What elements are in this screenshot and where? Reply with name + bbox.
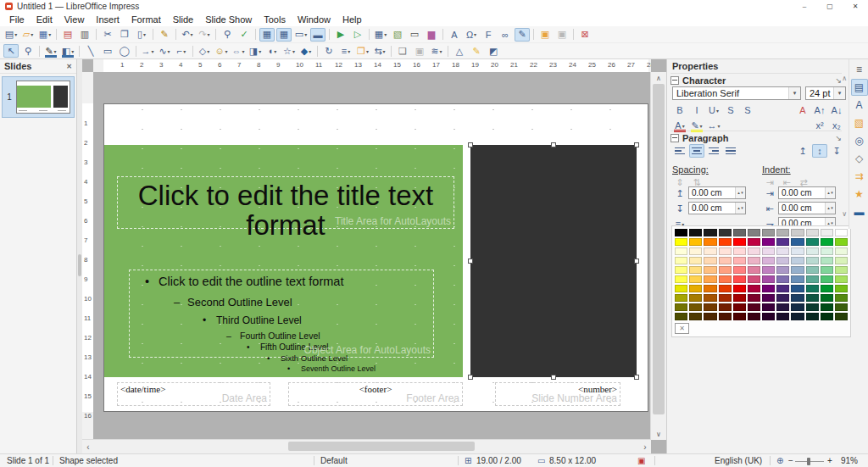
color-swatch[interactable] [704, 229, 716, 236]
scroll-up-icon[interactable]: ∧ [651, 72, 666, 84]
menu-help[interactable]: Help [337, 14, 368, 25]
color-swatch[interactable] [835, 247, 848, 255]
color-swatch[interactable] [835, 303, 848, 311]
paste-dropdown-icon[interactable]: ▾ [143, 31, 146, 37]
filter-button[interactable]: ≋▾ [429, 44, 444, 58]
color-swatch[interactable] [762, 257, 775, 264]
color-swatch[interactable] [762, 247, 775, 255]
below-paragraph-spacing-stepper[interactable]: ▴ ▾ [735, 203, 745, 214]
above-paragraph-spacing-stepper[interactable]: ▴ ▾ [735, 187, 745, 198]
color-swatch[interactable] [791, 266, 804, 274]
export-pdf-button[interactable]: ▤ [60, 28, 75, 42]
color-swatch[interactable] [776, 238, 789, 246]
menu-tools[interactable]: Tools [258, 14, 292, 25]
color-swatch[interactable] [704, 313, 716, 320]
paragraph-dialog-launcher-icon[interactable]: ↘ [835, 134, 842, 142]
tab-slide-transition-icon[interactable]: ⇉ [851, 168, 868, 185]
rectangle-button[interactable]: ▭ [100, 44, 115, 58]
font-size-dropdown-icon[interactable]: ▾ [833, 87, 845, 99]
filter-dropdown-icon[interactable]: ▾ [440, 48, 442, 54]
color-swatch[interactable] [733, 257, 746, 264]
color-swatch[interactable] [835, 266, 848, 274]
after-text-indent-field[interactable]: 0.00 cm▴ ▾ [778, 202, 836, 214]
insert-table-button[interactable]: ▦▾ [373, 28, 388, 42]
vertical-ruler[interactable]: 12345678910111213141516 [82, 72, 94, 440]
selection-handle[interactable] [551, 375, 556, 380]
color-swatch[interactable] [689, 275, 702, 283]
color-swatch[interactable] [719, 247, 732, 255]
display-views-button[interactable]: ▭▾ [293, 28, 309, 42]
below-paragraph-spacing-field[interactable]: 0.00 cm▴ ▾ [688, 202, 746, 214]
paste-button[interactable]: ▯▾ [134, 28, 149, 42]
block-arrows-dropdown-icon[interactable]: ▾ [242, 48, 244, 54]
color-swatch[interactable] [719, 238, 732, 246]
redo-dropdown-icon[interactable]: ▾ [208, 31, 210, 37]
color-swatch[interactable] [835, 294, 848, 302]
slide-style[interactable]: Default [320, 456, 348, 465]
color-swatch[interactable] [704, 238, 716, 246]
align-right-button[interactable] [706, 144, 721, 158]
menu-slide[interactable]: Slide [167, 14, 199, 25]
color-swatch[interactable] [791, 247, 804, 255]
slides-panel-close-icon[interactable]: ✕ [66, 63, 72, 70]
color-swatch[interactable] [762, 303, 775, 311]
zoom-out-icon[interactable]: − [788, 456, 793, 465]
color-swatch[interactable] [675, 275, 687, 283]
collapse-icon[interactable] [670, 76, 679, 85]
lines-and-arrows-dropdown-icon[interactable]: ▾ [151, 48, 153, 54]
new-document-button[interactable]: ▤▾ [3, 28, 19, 42]
menu-format[interactable]: Format [125, 14, 167, 25]
start-from-current-slide-button[interactable]: ▷ [350, 28, 365, 42]
color-swatch[interactable] [675, 266, 687, 274]
arrange-dropdown-icon[interactable]: ▾ [366, 48, 369, 54]
color-swatch[interactable] [689, 229, 702, 236]
sidebar-scroll-up-icon[interactable]: ∧ [842, 75, 847, 82]
color-swatch[interactable] [748, 238, 760, 246]
minimize-icon[interactable]: – [792, 0, 817, 13]
line-color-button[interactable]: ✎▾ [43, 44, 58, 58]
color-swatch[interactable] [748, 266, 760, 274]
color-swatch[interactable] [675, 247, 687, 255]
color-swatch[interactable] [689, 285, 702, 292]
color-swatch[interactable] [675, 238, 687, 246]
color-swatch[interactable] [689, 257, 702, 264]
color-swatch[interactable] [748, 247, 760, 255]
print-button[interactable]: ▥ [77, 28, 92, 42]
special-character-button[interactable]: Ω▾ [464, 28, 479, 42]
color-swatch[interactable] [719, 266, 732, 274]
color-swatch[interactable] [776, 285, 789, 292]
color-swatch[interactable] [806, 275, 819, 283]
stars-and-banners-button[interactable]: ☆▾ [281, 44, 297, 58]
decrease-size-button[interactable]: A↓ [829, 103, 844, 117]
menu-slide-show[interactable]: Slide Show [199, 14, 258, 25]
tab-animation-icon[interactable]: ★ [851, 186, 868, 203]
show-draw-functions-button[interactable]: ✎ [515, 28, 530, 42]
fontwork-button[interactable]: F [481, 28, 496, 42]
menu-edit[interactable]: Edit [31, 14, 58, 25]
color-swatch[interactable] [689, 303, 702, 311]
color-swatch[interactable] [806, 294, 819, 302]
color-swatch[interactable] [748, 313, 760, 320]
above-paragraph-spacing-field[interactable]: 0.00 cm▴ ▾ [688, 186, 746, 199]
rotate-button[interactable]: ↻ [321, 44, 337, 58]
character-dialog-launcher-icon[interactable]: ↘ [835, 76, 842, 85]
strikethrough-button[interactable]: S [723, 103, 738, 117]
zoom-pan-button[interactable]: ⚲ [20, 44, 36, 58]
flowchart-shapes-dropdown-icon[interactable]: ▾ [259, 48, 261, 54]
sidebar-scroll-down-icon[interactable]: ∨ [842, 210, 847, 218]
new-document-dropdown-icon[interactable]: ▾ [14, 31, 17, 37]
start-from-first-slide-button[interactable]: ▶ [333, 28, 348, 42]
color-swatch[interactable] [704, 285, 716, 292]
arrange-button[interactable]: ❐▾ [355, 44, 370, 58]
color-swatch[interactable] [733, 275, 746, 283]
color-swatch[interactable] [675, 313, 687, 320]
color-swatch[interactable] [675, 257, 687, 264]
color-swatch[interactable] [791, 275, 804, 283]
distribution-button[interactable]: ⇆▾ [372, 44, 387, 58]
outline-placeholder[interactable]: •Click to edit the outline text format–S… [129, 270, 434, 358]
after-text-indent-stepper[interactable]: ▴ ▾ [825, 203, 835, 214]
master-view-button[interactable]: ▬ [310, 28, 326, 42]
color-swatch[interactable] [821, 303, 833, 311]
menu-view[interactable]: View [58, 14, 91, 25]
unsaved-changes-icon[interactable]: ▣ [637, 456, 645, 465]
